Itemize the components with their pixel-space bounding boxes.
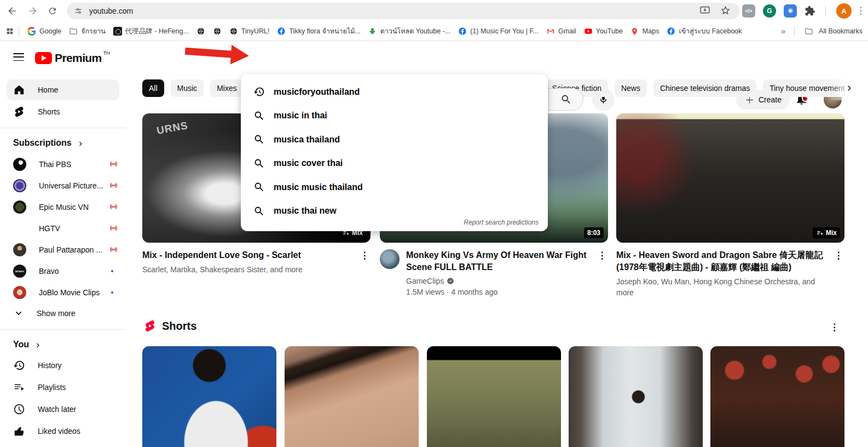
search-icon	[253, 205, 265, 217]
sidebar-item-watch-later[interactable]: Watch later	[7, 399, 119, 420]
bookmark-folder-thai[interactable]: จักรยาน	[69, 26, 106, 37]
youtube-premium-logo[interactable]: Premium TH	[35, 50, 110, 66]
url-text: youtube.com	[89, 7, 133, 15]
shorts-thumbnail[interactable]	[142, 346, 276, 447]
install-icon[interactable]	[699, 4, 711, 16]
bookmark-tikky-flora[interactable]: Tikky flora จำหน่ายไม้...	[277, 26, 360, 37]
sidebar-item-history[interactable]: History	[7, 355, 119, 376]
suggestion-item[interactable]: music cover thai	[241, 152, 548, 176]
chip-music[interactable]: Music	[171, 79, 204, 97]
channel-item-hgtv[interactable]: HGTV HGTV	[0, 217, 126, 239]
shorts-thumbnail[interactable]	[710, 346, 844, 447]
shorts-thumbnail[interactable]	[427, 346, 561, 447]
channel-item-bravo[interactable]: bravo Bravo	[0, 260, 126, 282]
browser-forward-button[interactable]	[26, 4, 39, 18]
video-meta: 1.5M views · 4 months ago	[406, 286, 596, 297]
bookmark-tinyurl[interactable]: TinyURL!	[229, 27, 270, 36]
facebook-icon	[667, 27, 675, 36]
extensions-puzzle-icon[interactable]	[803, 4, 817, 18]
you-title: You	[13, 340, 29, 349]
suggestion-text: music music thailand	[274, 182, 363, 192]
shorts-thumbnail[interactable]	[285, 346, 419, 447]
sidebar-item-label: Liked videos	[38, 427, 80, 435]
bookmark-download-youtube[interactable]: ดาวน์โหลด Youtube -...	[368, 26, 450, 37]
channel-avatar	[13, 200, 26, 214]
chip-all[interactable]: All	[142, 79, 164, 97]
chip-chinese-television-dramas[interactable]: Chinese television dramas	[653, 79, 756, 97]
hamburger-menu-icon[interactable]	[13, 53, 24, 61]
channel-avatar[interactable]	[380, 249, 400, 269]
bookmark-star-icon[interactable]	[720, 5, 731, 16]
bookmark-maps[interactable]: Maps	[630, 27, 659, 36]
search-suggestions-dropdown: musicforyouthailand music in thai musica…	[241, 74, 548, 231]
video-menu-icon[interactable]: ⋮	[596, 249, 608, 297]
bookmark-gmail[interactable]: Gmail	[546, 27, 576, 36]
history-icon	[13, 359, 25, 371]
video-menu-icon[interactable]: ⋮	[832, 249, 844, 298]
bookmark-globe-1[interactable]	[196, 27, 205, 36]
apps-grid-icon[interactable]	[5, 27, 14, 36]
bookmark-music-for-you[interactable]: (1) Music For You | F...	[458, 27, 539, 36]
suggestion-text: musicforyouthailand	[274, 87, 360, 97]
channel-name[interactable]: GameClips	[406, 277, 444, 285]
video-thumbnail[interactable]: Mix	[616, 113, 844, 243]
video-byline: Joseph Koo, Wu Man, Hong Kong Chinese Or…	[616, 276, 832, 298]
bookmark-hefeng[interactable]: 代理品牌 - HeFeng...	[113, 27, 189, 36]
address-bar[interactable]: youtube.com	[67, 3, 740, 19]
bookmark-facebook-login[interactable]: เข้าสู่ระบบ Facebook	[667, 26, 742, 37]
sidebar-item-playlists[interactable]: Playlists	[7, 377, 119, 398]
video-title[interactable]: Mix - Heaven Sword and Dragon Sabre 倚天屠龍…	[616, 249, 832, 273]
channel-item-universal[interactable]: Universal Picture...	[0, 175, 126, 196]
chevron-right-icon	[34, 341, 42, 349]
search-button[interactable]	[548, 88, 583, 111]
avatar-text: bravo	[15, 270, 24, 273]
search-icon	[253, 181, 265, 193]
browser-menu-icon[interactable]: ⋮	[856, 4, 865, 18]
sidebar-item-label: Shorts	[38, 107, 60, 116]
subscriptions-header[interactable]: Subscriptions	[0, 134, 126, 153]
bookmark-globe-2[interactable]	[213, 27, 222, 36]
sidebar-item-liked-videos[interactable]: Liked videos	[7, 421, 119, 442]
browser-reload-button[interactable]	[46, 4, 59, 18]
all-bookmarks-label[interactable]: All Bookmarks	[819, 27, 863, 35]
bookmark-google[interactable]: Google	[27, 27, 61, 36]
search-icon	[253, 110, 265, 122]
browser-profile-avatar[interactable]: A	[836, 3, 852, 19]
blue-extension-icon[interactable]: ✳	[784, 4, 797, 18]
video-menu-icon[interactable]: ⋮	[358, 249, 371, 275]
chip-news[interactable]: News	[615, 79, 647, 97]
shorts-thumbnail[interactable]	[569, 346, 703, 447]
channel-item-paul-pattarapon[interactable]: Paul Pattarapon ...	[0, 239, 126, 260]
code-extension-icon[interactable]: </>	[742, 4, 755, 18]
video-title[interactable]: Monkey King Vs Army Of Heaven War Fight …	[406, 249, 596, 273]
grammarly-extension-icon[interactable]: G	[763, 4, 776, 18]
channel-avatar: bravo	[13, 265, 26, 278]
bookmarks-overflow-chevron[interactable]: »	[781, 27, 784, 36]
video-title[interactable]: Mix - Independent Love Song - Scarlet	[142, 249, 358, 261]
you-header[interactable]: You	[0, 335, 126, 355]
suggestion-item[interactable]: musica thailand	[241, 128, 548, 152]
logo-country-code: TH	[103, 50, 110, 56]
bookmarks-bar: Google จักรยาน 代理品牌 - HeFeng... TinyURL!…	[0, 22, 868, 41]
browser-back-button[interactable]	[5, 4, 19, 18]
channel-item-thai-pbs[interactable]: Thai PBS	[0, 153, 126, 175]
chips-scroll-right-button[interactable]	[842, 81, 857, 96]
site-info-icon[interactable]	[74, 7, 83, 15]
suggestion-item[interactable]: music music thailand	[241, 175, 548, 199]
sidebar-item-home[interactable]: Home	[7, 79, 119, 100]
channel-item-joblo-movie-clips[interactable]: JoBlo Movie Clips	[0, 282, 126, 303]
report-search-predictions-link[interactable]: Report search predictions	[464, 219, 539, 226]
sidebar-item-shorts[interactable]: Shorts	[7, 101, 119, 122]
suggestion-item[interactable]: music in thai	[241, 104, 548, 128]
bookmark-youtube[interactable]: YouTube	[584, 27, 623, 36]
chip-mixes[interactable]: Mixes	[210, 79, 244, 97]
shorts-menu-icon[interactable]: ⋮	[830, 322, 839, 333]
show-more-button[interactable]: Show more	[7, 303, 119, 324]
maps-pin-icon	[630, 27, 639, 36]
google-icon	[27, 27, 36, 36]
video-card: Mix Mix - Heaven Sword and Dragon Sabre …	[616, 113, 844, 298]
folder-icon	[69, 27, 78, 36]
suggestion-item[interactable]: musicforyouthailand	[241, 80, 548, 104]
channel-item-epic-music-vn[interactable]: Epic Music VN	[0, 196, 126, 217]
avatar-text: HGTV	[15, 227, 24, 230]
